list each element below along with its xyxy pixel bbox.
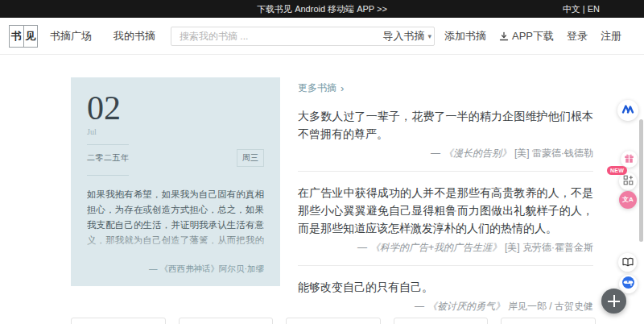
excerpt-attribution: —《漫长的告别》[美] 雷蒙德·钱德勒 <box>298 147 593 160</box>
book-card[interactable] <box>286 318 381 324</box>
blue-circle-icon <box>621 276 635 293</box>
book-card[interactable] <box>501 318 596 324</box>
book-cards-row <box>71 318 596 324</box>
register-button[interactable]: 注册 <box>601 29 621 44</box>
login-button[interactable]: 登录 <box>567 29 588 44</box>
translate-widget-button[interactable]: 文A <box>619 191 637 209</box>
language-switcher[interactable]: 中文 | EN <box>563 3 600 15</box>
add-floating-button[interactable] <box>601 289 626 314</box>
excerpt-text: 在广告业中获得成功的人并不是那些有高贵教养的人，不是那些小心翼翼避免自己显得粗鲁… <box>298 184 593 237</box>
app-download-promo-link[interactable]: 下载书见 Android 移动端 APP >> <box>257 3 387 15</box>
author-name: [美] 克劳德·霍普金斯 <box>505 242 593 253</box>
new-badge: NEW <box>607 166 627 175</box>
gift-icon <box>624 152 634 167</box>
add-collection-widget-button[interactable] <box>619 172 637 190</box>
chevron-down-icon: ▾ <box>427 32 431 40</box>
weekday-badge: 周三 <box>237 149 264 167</box>
book-card[interactable] <box>394 318 489 324</box>
excerpt-attribution: —《被讨厌的勇气》岸见一郎 / 古贺史健 <box>298 300 593 314</box>
author-name: 岸见一郎 / 古贺史健 <box>508 301 593 312</box>
divider <box>87 175 129 176</box>
top-promo-bar: 下载书见 Android 移动端 APP >> 中文 | EN <box>0 0 644 18</box>
date-month: Jul <box>87 127 264 136</box>
import-excerpts-dropdown[interactable]: 导入书摘 ▾ <box>382 29 431 44</box>
dash: — <box>431 147 440 159</box>
excerpt-item: 能够改变自己的只有自己。 —《被讨厌的勇气》岸见一郎 / 古贺史健 <box>298 266 593 324</box>
chevron-right-icon: › <box>341 82 344 94</box>
nav-actions: 导入书摘 ▾ 添加书摘 APP下载 登录 注册 <box>382 18 621 55</box>
dash: — <box>415 301 424 312</box>
book-card[interactable] <box>179 318 274 324</box>
logo-char: 见 <box>23 26 38 47</box>
daily-quote-wrap: 如果我抱有希望，如果我为自己固有的真相担心，为存在或创造方式担心，总之，如果我支… <box>87 187 264 249</box>
scrollbar-thumb[interactable] <box>639 119 643 242</box>
author-name: [美] 雷蒙德·钱德勒 <box>514 147 593 159</box>
date-day: 02 <box>87 92 264 124</box>
date-year: 二零二五年 <box>87 152 130 164</box>
app-download-button[interactable]: APP下载 <box>499 29 554 44</box>
extension-widget-button[interactable] <box>619 275 638 293</box>
more-excerpts-section: 更多书摘 › 大多数人过了一辈子，花费了一半的精力企图维护他们根本不曾拥有的尊严… <box>298 77 593 324</box>
m-logo-icon <box>621 103 634 118</box>
nav-item-square[interactable]: 书摘广场 <box>50 29 92 44</box>
navbar: 书 见 书摘广场 我的书摘 我的收藏 导入书摘 ▾ 添加书摘 APP下载 登录 … <box>0 18 644 55</box>
open-book-icon <box>622 255 634 270</box>
logo-char: 书 <box>10 26 23 47</box>
translate-icon: 文A <box>622 197 634 203</box>
more-excerpts-link[interactable]: 更多书摘 › <box>298 81 344 95</box>
excerpt-item: 在广告业中获得成功的人并不是那些有高贵教养的人，不是那些小心翼翼避免自己显得粗鲁… <box>298 172 593 266</box>
dash: — <box>357 242 367 253</box>
daily-quote-attribution: — 《西西弗神话》阿尔贝·加缪 <box>87 264 264 275</box>
app-download-label: APP下载 <box>512 29 554 44</box>
gift-widget-button[interactable] <box>621 151 638 168</box>
divider <box>87 144 129 145</box>
book-card[interactable] <box>71 318 166 324</box>
grid-plus-icon <box>623 174 634 189</box>
nav-item-my-excerpts[interactable]: 我的书摘 <box>114 29 155 44</box>
book-title: 《科学的广告+我的广告生涯》 <box>370 242 502 253</box>
add-excerpt-button[interactable]: 添加书摘 <box>444 29 486 44</box>
more-excerpts-label: 更多书摘 <box>298 81 336 95</box>
site-logo[interactable]: 书 见 <box>9 25 38 48</box>
book-title: 《被讨厌的勇气》 <box>427 301 505 312</box>
excerpt-item: 大多数人过了一辈子，花费了一半的精力企图维护他们根本不曾拥有的尊严。 —《漫长的… <box>298 95 593 172</box>
excerpt-text: 能够改变自己的只有自己。 <box>298 278 593 296</box>
book-title: 《漫长的告别》 <box>444 147 511 159</box>
excerpt-text: 大多数人过了一辈子，花费了一半的精力企图维护他们根本不曾拥有的尊严。 <box>298 107 593 143</box>
daily-quote-card: 02 Jul 二零二五年 周三 如果我抱有希望，如果我为自己固有的真相担心，为存… <box>71 77 280 286</box>
excerpt-attribution: —《科学的广告+我的广告生涯》[美] 克劳德·霍普金斯 <box>298 241 593 255</box>
import-excerpts-label: 导入书摘 <box>382 29 424 44</box>
daily-quote-text: 如果我抱有希望，如果我为自己固有的真相担心，为存在或创造方式担心，总之，如果我支… <box>87 187 264 249</box>
assistant-widget-button[interactable] <box>617 100 638 121</box>
download-icon <box>499 31 509 41</box>
reader-widget-button[interactable] <box>618 253 637 272</box>
